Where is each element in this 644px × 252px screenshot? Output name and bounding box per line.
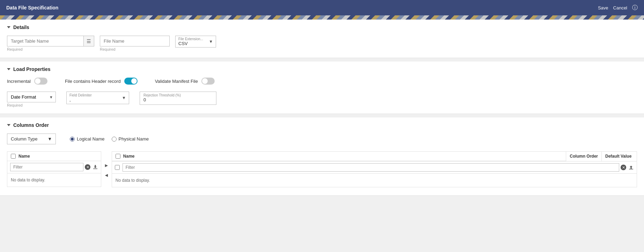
field-delimiter-select[interactable]: Field Delimiter , ▼ (66, 92, 129, 104)
file-extension-select[interactable]: File Extension... CSV ▼ (175, 36, 216, 48)
columns-options-row: Column Type ▼ Logical Name Physical Name (7, 134, 637, 144)
left-filter-row: ✕ (7, 161, 101, 173)
right-filter-checkbox[interactable] (115, 165, 120, 170)
field-delimiter-group: Field Delimiter , ▼ (66, 92, 129, 104)
column-type-label: Column Type (11, 136, 37, 142)
target-table-icon-button[interactable]: ☰ (84, 36, 94, 46)
logical-name-option[interactable]: Logical Name (70, 136, 105, 142)
right-table-name-header: Name (112, 152, 566, 161)
left-filter-clear-button[interactable]: ✕ (85, 164, 90, 170)
physical-name-label: Physical Name (119, 136, 149, 142)
right-filter-clear-icon: ✕ (621, 165, 626, 170)
move-right-button[interactable]: ► (103, 162, 110, 169)
right-table: Name Column Order Default Value ✕ (112, 151, 637, 187)
rejection-threshold-value: 0 (143, 97, 213, 102)
load-properties-chevron-icon (7, 68, 10, 70)
left-filter-input[interactable] (10, 163, 83, 171)
column-type-select[interactable]: Column Type ▼ (7, 134, 56, 144)
details-section: Details ☰ Required Required File Extensi… (0, 20, 644, 58)
left-table-header: Name (7, 152, 101, 161)
save-button[interactable]: Save (598, 5, 608, 10)
file-header-toggle[interactable] (124, 78, 138, 85)
date-format-group: Date Format ▼ Required (7, 92, 56, 107)
columns-order-label: Columns Order (13, 122, 49, 128)
details-chevron-icon (7, 26, 10, 28)
right-filter-input[interactable] (123, 163, 619, 172)
main-content: Details ☰ Required Required File Extensi… (0, 20, 644, 252)
rejection-threshold-box: Rejection Threshold (%) 0 (140, 92, 216, 105)
load-toggles-row: Incremental File contains Header record … (7, 78, 637, 85)
date-format-select[interactable]: Date Format (7, 92, 56, 102)
file-ext-value: CSV (178, 41, 203, 46)
file-header-toggle-group: File contains Header record (65, 78, 138, 85)
right-table-name-col: Name (123, 154, 135, 159)
field-delimiter-inner: Field Delimiter , (67, 92, 119, 104)
load-inputs-row: Date Format ▼ Required Field Delimiter ,… (7, 92, 637, 107)
file-name-required: Required (100, 47, 170, 51)
date-format-select-wrapper: Date Format ▼ (7, 92, 56, 102)
right-upload-button[interactable] (628, 164, 634, 171)
incremental-toggle[interactable] (34, 78, 47, 85)
field-delimiter-arrow-icon: ▼ (119, 95, 129, 100)
left-filter-clear-icon: ✕ (85, 164, 90, 170)
svg-rect-1 (629, 169, 633, 170)
left-no-data: No data to display. (7, 173, 101, 187)
validate-manifest-slider (201, 78, 215, 85)
left-table: Name ✕ No data to display. (7, 151, 101, 187)
validate-manifest-toggle[interactable] (201, 78, 215, 85)
columns-order-section: Columns Order Column Type ▼ Logical Name… (0, 117, 644, 196)
incremental-label: Incremental (7, 79, 31, 84)
move-left-button[interactable]: ◄ (103, 172, 110, 179)
incremental-slider (34, 78, 47, 85)
right-table-select-all[interactable] (116, 154, 120, 159)
table-nav-col: ► ◄ (101, 151, 112, 189)
incremental-toggle-group: Incremental (7, 78, 47, 85)
file-header-label: File contains Header record (65, 79, 121, 84)
help-button[interactable]: ⓘ (632, 4, 638, 12)
target-table-group: ☰ Required (7, 36, 94, 51)
right-no-data: No data to display. (112, 174, 637, 187)
file-ext-arrow-icon: ▼ (206, 39, 216, 44)
load-properties-section: Load Properties Incremental File contain… (0, 62, 644, 114)
details-section-label: Details (13, 24, 29, 30)
load-properties-header[interactable]: Load Properties (7, 66, 637, 72)
physical-name-radio[interactable] (112, 137, 117, 142)
rejection-threshold-label: Rejection Threshold (%) (143, 93, 213, 97)
right-filter-input-group: ✕ (115, 163, 634, 172)
download-icon (92, 164, 98, 170)
logical-name-radio[interactable] (70, 137, 75, 142)
target-table-required: Required (7, 47, 94, 51)
right-table-column-order-header: Column Order (566, 152, 602, 161)
left-table-select-all[interactable] (11, 154, 16, 159)
file-ext-label: File Extension... (178, 37, 203, 41)
svg-rect-0 (93, 168, 97, 169)
physical-name-option[interactable]: Physical Name (112, 136, 149, 142)
left-download-button[interactable] (92, 164, 98, 171)
header-actions: Save Cancel ⓘ (598, 4, 638, 12)
upload-icon (628, 164, 634, 170)
file-name-input[interactable] (100, 36, 170, 46)
target-table-input[interactable] (7, 36, 84, 46)
right-filter-row: ✕ (112, 161, 637, 174)
right-table-headers: Name Column Order Default Value (112, 152, 637, 161)
decorative-stripe (0, 15, 644, 20)
cancel-button[interactable]: Cancel (613, 5, 627, 10)
file-name-group: Required (100, 36, 170, 51)
details-section-header[interactable]: Details (7, 24, 637, 30)
validate-manifest-toggle-group: Validate Manifest File (155, 78, 215, 85)
target-table-input-row: ☰ (7, 36, 94, 46)
file-header-slider (124, 78, 138, 85)
details-row: ☰ Required Required File Extension... CS… (7, 36, 637, 51)
column-type-arrow-icon: ▼ (47, 136, 52, 142)
date-format-required: Required (7, 103, 56, 107)
name-type-radio-group: Logical Name Physical Name (70, 136, 149, 142)
right-filter-clear-button[interactable]: ✕ (621, 165, 626, 170)
file-ext-inner: File Extension... CSV (176, 36, 206, 47)
load-properties-label: Load Properties (13, 66, 51, 72)
tables-area: Name ✕ No data to display. (7, 151, 637, 189)
app-title: Data File Specification (6, 5, 58, 10)
validate-manifest-label: Validate Manifest File (155, 79, 198, 84)
columns-order-header[interactable]: Columns Order (7, 122, 637, 128)
field-delimiter-label: Field Delimiter (69, 93, 116, 97)
logical-name-label: Logical Name (77, 136, 105, 142)
